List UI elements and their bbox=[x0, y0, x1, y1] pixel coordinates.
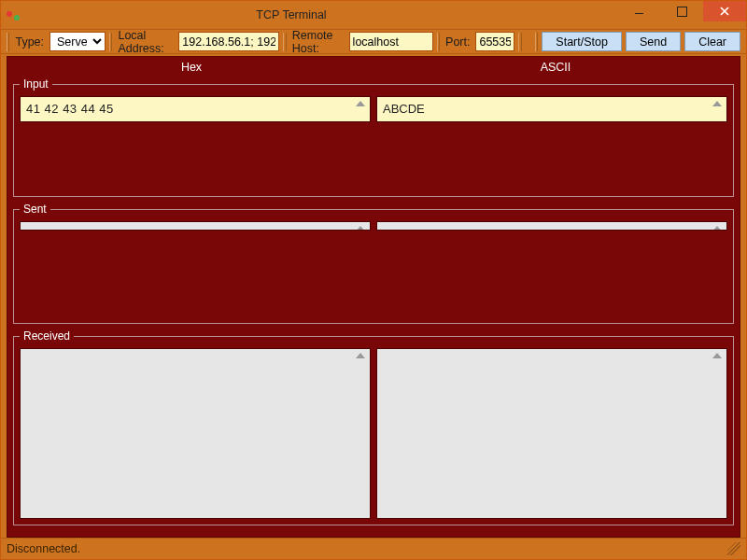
sent-ascii-textbox[interactable] bbox=[376, 221, 727, 231]
workspace: Hex ASCII Input 41 42 43 44 45 ABCDE Sen… bbox=[7, 56, 740, 538]
hex-column-header: Hex bbox=[9, 61, 374, 74]
input-hex-textbox[interactable]: 41 42 43 44 45 bbox=[20, 96, 371, 122]
ascii-column-header: ASCII bbox=[374, 61, 738, 74]
toolbar: Type: Server Local Address: Remote Host:… bbox=[1, 29, 746, 54]
type-select[interactable]: Server bbox=[49, 32, 106, 51]
local-address-label: Local Address: bbox=[116, 29, 175, 55]
startstop-button[interactable]: Start/Stop bbox=[542, 32, 622, 51]
send-button[interactable]: Send bbox=[626, 32, 681, 51]
input-ascii-textbox[interactable]: ABCDE bbox=[376, 96, 727, 122]
local-address-input[interactable] bbox=[178, 32, 279, 51]
type-label: Type: bbox=[13, 35, 46, 49]
clear-button[interactable]: Clear bbox=[684, 32, 740, 51]
sent-hex-textbox[interactable] bbox=[20, 221, 371, 231]
received-hex-textbox[interactable] bbox=[20, 348, 371, 519]
received-ascii-textbox[interactable] bbox=[376, 348, 727, 519]
scrollbar-icon bbox=[710, 351, 725, 516]
maximize-button[interactable] bbox=[660, 1, 703, 21]
titlebar: TCP Terminal bbox=[1, 1, 746, 29]
minimize-button[interactable] bbox=[617, 1, 660, 21]
input-group: Input 41 42 43 44 45 ABCDE bbox=[13, 77, 734, 197]
toolbar-grip-icon bbox=[7, 33, 9, 51]
toolbar-separator bbox=[109, 33, 112, 51]
statusbar: Disconnected. bbox=[1, 538, 746, 559]
received-legend: Received bbox=[20, 329, 74, 343]
window-title: TCP Terminal bbox=[0, 8, 617, 21]
scrollbar-icon bbox=[353, 224, 368, 228]
scrollbar-icon bbox=[353, 351, 368, 516]
toolbar-separator bbox=[518, 33, 521, 51]
scrollbar-icon bbox=[710, 224, 725, 228]
sent-group: Sent bbox=[13, 203, 734, 324]
input-legend: Input bbox=[20, 77, 52, 91]
remote-host-label: Remote Host: bbox=[290, 29, 345, 55]
column-headers: Hex ASCII bbox=[9, 59, 738, 77]
resize-grip-icon[interactable] bbox=[727, 542, 740, 555]
toolbar-separator bbox=[437, 33, 440, 51]
received-group: Received bbox=[13, 329, 734, 525]
scrollbar-icon bbox=[710, 99, 725, 119]
port-label: Port: bbox=[444, 35, 472, 49]
toolbar-separator bbox=[283, 33, 286, 51]
scrollbar-icon bbox=[353, 99, 368, 119]
window-controls bbox=[617, 1, 746, 29]
app-icon bbox=[7, 7, 21, 22]
status-text: Disconnected. bbox=[7, 542, 80, 555]
close-button[interactable] bbox=[703, 1, 746, 21]
port-input[interactable] bbox=[475, 32, 514, 51]
toolbar-separator bbox=[535, 33, 538, 51]
sent-legend: Sent bbox=[20, 203, 50, 216]
remote-host-input[interactable] bbox=[349, 32, 433, 51]
